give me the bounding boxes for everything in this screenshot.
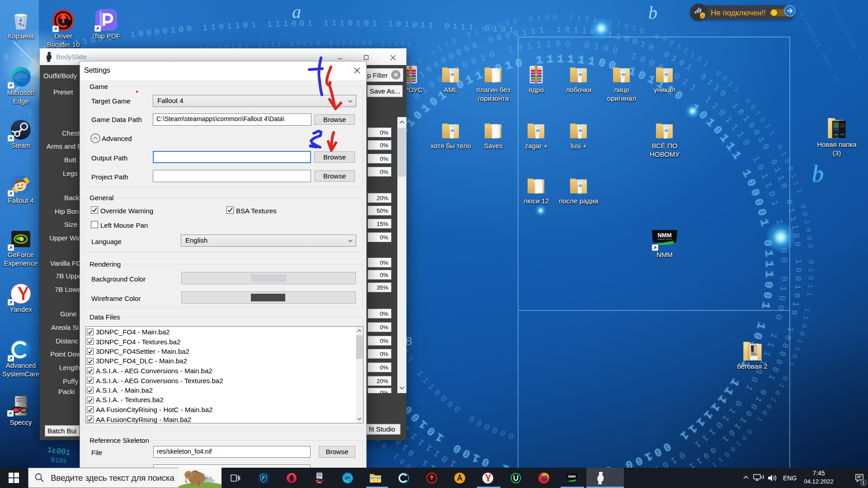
svg-text:!: ! xyxy=(702,14,703,19)
svg-text:1ε0θ1: 1ε0θ1 xyxy=(47,446,71,457)
svg-text:b: b xyxy=(648,3,657,23)
svg-text:NMM: NMM xyxy=(657,232,671,239)
svg-text:11100010 1001 10: 11100010 1001 10 xyxy=(797,11,842,84)
svg-text:COMMUNITY EDITION: COMMUNITY EDITION xyxy=(657,239,672,240)
svg-text:θ10ε: θ10ε xyxy=(51,456,67,465)
svg-text:b: b xyxy=(812,161,824,187)
svg-text:1011 100100 01: 1011 100100 01 xyxy=(830,6,865,64)
svg-text:a: a xyxy=(292,2,301,22)
svg-text:NMM: NMM xyxy=(568,475,576,478)
